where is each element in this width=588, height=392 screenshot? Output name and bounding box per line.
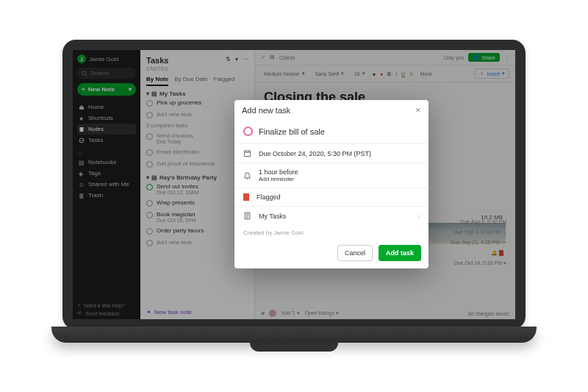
modal-title: Add new task — [242, 106, 290, 115]
calendar-icon — [243, 149, 251, 157]
reminder-row[interactable]: 1 hour before Add reminder — [234, 163, 429, 188]
close-icon[interactable]: ✕ — [415, 107, 421, 114]
created-by: Created by Jamie Gold — [234, 225, 429, 239]
chevron-right-icon: › — [417, 213, 420, 220]
flag-icon — [243, 193, 249, 201]
flag-label: Flagged — [257, 193, 281, 201]
due-label: Due October 24, 2020, 5:30 PM (PST) — [259, 150, 371, 157]
flag-row[interactable]: Flagged — [234, 188, 429, 206]
reminder-value: 1 hour before — [259, 168, 298, 176]
svg-rect-3 — [244, 151, 250, 157]
note-label: My Tasks — [259, 213, 286, 220]
note-icon — [243, 212, 251, 220]
task-name-input[interactable]: Finalize bill of sale — [259, 127, 325, 136]
due-date-row[interactable]: Due October 24, 2020, 5:30 PM (PST) — [234, 143, 429, 163]
add-task-modal: Add new task ✕ Finalize bill of sale Due… — [234, 100, 429, 268]
add-reminder-label: Add reminder — [259, 176, 298, 182]
task-circle-icon[interactable] — [243, 126, 253, 136]
bell-icon — [243, 171, 251, 179]
cancel-button[interactable]: Cancel — [337, 245, 373, 261]
add-task-button[interactable]: Add task — [379, 245, 421, 261]
note-row[interactable]: My Tasks › — [234, 206, 429, 225]
app-screen: J Jamie Gold Search + New Note — [73, 50, 515, 319]
